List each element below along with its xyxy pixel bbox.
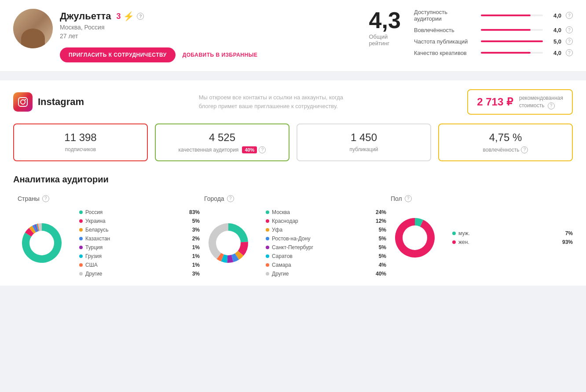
stat-help-icon[interactable]: ? xyxy=(521,146,528,153)
legend-dot xyxy=(79,219,83,223)
profile-name: Джульетта xyxy=(60,11,111,22)
legend-item: Уфа 5% xyxy=(266,227,386,233)
rating-help-icon[interactable]: ? xyxy=(566,26,573,33)
stat-label: вовлечённость ? xyxy=(483,146,528,153)
rating-item-value: 4,0 xyxy=(547,50,561,56)
overall-rating: 4,3 Общий рейтинг xyxy=(369,9,401,47)
separator xyxy=(0,72,586,80)
stat-badge: 40% xyxy=(242,146,257,153)
chart-cities: Города ? Москва 24% Краснодар 12% Уфа 5%… xyxy=(200,195,386,277)
chart-gender: Пол ? муж. 7% жен. 93% xyxy=(386,195,573,277)
legend-dot xyxy=(266,237,269,240)
donut-chart xyxy=(13,214,70,272)
rating-item-value: 4,0 xyxy=(547,12,561,19)
rating-bar xyxy=(481,15,531,16)
chart-help-icon[interactable]: ? xyxy=(405,195,412,202)
legend-dot xyxy=(79,272,83,276)
stat-label: подписчиков xyxy=(65,146,96,152)
invite-button[interactable]: ПРИГЛАСИТЬ К СОТРУДНИЧЕСТВУ xyxy=(60,47,176,62)
chart-title: Страны xyxy=(18,195,40,202)
price-box: 2 713 ₽ рекомендованная стоимость ? xyxy=(467,89,573,115)
rating-item: Вовлечённость 4,0 ? xyxy=(414,26,573,33)
instagram-icon xyxy=(13,92,33,112)
instagram-section: Instagram Мы откроем все контакты и ссыл… xyxy=(0,80,586,286)
favorites-button[interactable]: ДОБАВИТЬ В ИЗБРАННЫЕ xyxy=(183,52,258,58)
stat-number: 4,75 % xyxy=(489,131,522,144)
legend-item: Турция 1% xyxy=(79,244,200,250)
rating-help-icon[interactable]: ? xyxy=(566,49,573,56)
rating-items-list: Доступность аудитории 4,0 ? Вовлечённост… xyxy=(414,9,573,56)
legend-pct: 5% xyxy=(379,227,386,233)
legend-dot xyxy=(79,237,83,240)
stat-box: 4,75 % вовлечённость ? xyxy=(438,123,573,161)
rating-bar-wrap xyxy=(481,15,543,16)
rating-help-icon[interactable]: ? xyxy=(137,13,144,20)
rating-item-label: Доступность аудитории xyxy=(414,9,476,22)
legend-item: США 1% xyxy=(79,262,200,268)
legend-pct: 5% xyxy=(192,218,200,224)
stat-label: публикаций xyxy=(349,146,378,152)
legend-item: Грузия 1% xyxy=(79,253,200,259)
price-value: 2 713 ₽ xyxy=(477,96,513,108)
legend-item: Беларусь 3% xyxy=(79,227,200,233)
instagram-note: Мы откроем все контакты и ссылки на акка… xyxy=(199,93,353,110)
svg-point-5 xyxy=(403,225,427,250)
legend-dot xyxy=(79,211,83,214)
profile-info: Джульетта 3 ⚡ ? Москва, Россия 27 лет ПР… xyxy=(60,9,257,62)
svg-point-2 xyxy=(25,99,26,100)
legend-item: жен. 93% xyxy=(452,239,573,245)
donut-chart xyxy=(386,209,443,266)
rating-bar xyxy=(481,40,543,42)
stat-box: 1 450 публикаций xyxy=(297,123,431,161)
rating-bar xyxy=(481,29,531,31)
rating-item-label: Частота публикаций xyxy=(414,38,476,45)
analytics-area: Аналитика аудитории Страны ? Россия 83% … xyxy=(13,174,573,277)
legend-label: Москва xyxy=(272,209,373,215)
lightning-icon: ⚡ xyxy=(123,11,134,22)
donut-chart xyxy=(200,214,257,272)
chart-title: Пол xyxy=(391,195,402,202)
chart-help-icon[interactable]: ? xyxy=(42,195,49,202)
legend-dot xyxy=(266,263,269,267)
chart-legend: Россия 83% Украина 5% Беларусь 3% Казахс… xyxy=(79,209,200,277)
overall-rating-value: 4,3 xyxy=(369,9,401,32)
rating-item-value: 5,0 xyxy=(547,38,561,45)
rating-help-icon[interactable]: ? xyxy=(566,38,573,45)
rating-item-value: 4,0 xyxy=(547,27,561,33)
chart-title: Города xyxy=(204,195,224,202)
legend-pct: 5% xyxy=(379,244,386,250)
legend-item: Другие 40% xyxy=(266,271,386,277)
chart-help-icon[interactable]: ? xyxy=(227,195,234,202)
svg-rect-0 xyxy=(18,98,27,106)
price-label: рекомендованная стоимость ? xyxy=(519,94,563,109)
legend-pct: 1% xyxy=(192,253,200,259)
legend-dot xyxy=(452,240,456,244)
legend-dot xyxy=(266,211,269,214)
legend-pct: 40% xyxy=(376,271,386,277)
rating-item: Частота публикаций 5,0 ? xyxy=(414,38,573,45)
legend-item: Другие 3% xyxy=(79,271,200,277)
legend-pct: 83% xyxy=(189,209,200,215)
stat-number: 4 525 xyxy=(209,131,235,144)
legend-label: Краснодар xyxy=(272,218,373,224)
legend-pct: 5% xyxy=(379,253,386,259)
price-help-icon[interactable]: ? xyxy=(548,102,555,109)
legend-dot xyxy=(266,246,269,249)
rating-item: Доступность аудитории 4,0 ? xyxy=(414,9,573,22)
legend-pct: 3% xyxy=(192,271,200,277)
rating-help-icon[interactable]: ? xyxy=(566,12,573,19)
instagram-title-group: Instagram xyxy=(13,92,84,112)
chart-legend: Москва 24% Краснодар 12% Уфа 5% Ростов-н… xyxy=(266,209,386,277)
legend-label: Саратов xyxy=(272,253,376,259)
legend-label: США xyxy=(85,262,190,268)
chart-countries-body: Россия 83% Украина 5% Беларусь 3% Казахс… xyxy=(13,209,200,277)
legend-label: Другие xyxy=(85,271,190,277)
stat-help-icon[interactable]: ? xyxy=(259,146,266,153)
profile-age: 27 лет xyxy=(60,33,257,40)
profile-section: Джульетта 3 ⚡ ? Москва, Россия 27 лет ПР… xyxy=(0,0,586,72)
legend-pct: 3% xyxy=(192,227,200,233)
rating-item: Качество креативов 4,0 ? xyxy=(414,49,573,56)
rating-item-label: Качество креативов xyxy=(414,50,476,56)
svg-point-4 xyxy=(216,231,241,255)
legend-dot xyxy=(452,232,456,235)
